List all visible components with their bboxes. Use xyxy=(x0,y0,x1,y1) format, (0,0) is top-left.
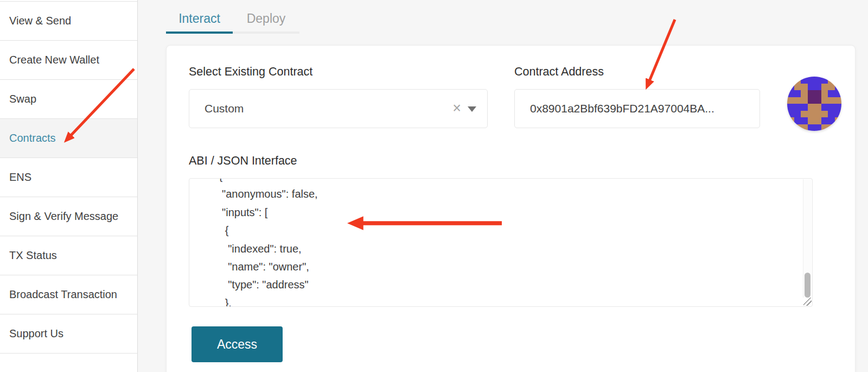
abi-json-textarea[interactable]: { "anonymous": false, "inputs": [ { "ind… xyxy=(189,178,813,307)
tab-bar: InteractDeploy xyxy=(166,4,299,34)
sidebar-item-view-send[interactable]: View & Send xyxy=(0,2,137,41)
clear-selection-icon[interactable]: × xyxy=(448,90,465,128)
access-button[interactable]: Access xyxy=(192,326,283,362)
sidebar-item-label: Swap xyxy=(9,93,36,105)
address-identicon xyxy=(787,77,841,131)
sidebar-item-label: Broadcast Transaction xyxy=(9,288,117,301)
sidebar-item-label: Support Us xyxy=(9,327,63,340)
abi-json-content: { "anonymous": false, "inputs": [ { "ind… xyxy=(189,178,812,307)
abi-scrollbar[interactable] xyxy=(803,179,812,298)
tab-underline xyxy=(233,31,299,34)
select-existing-contract-label: Select Existing Contract xyxy=(189,65,312,79)
sidebar-item-swap[interactable]: Swap xyxy=(0,80,137,119)
sidebar-item-label: View & Send xyxy=(9,15,71,27)
sidebar-item-label: Contracts xyxy=(9,132,56,144)
abi-json-interface-label: ABI / JSON Interface xyxy=(189,154,297,168)
sidebar-item-sign-verify-message[interactable]: Sign & Verify Message xyxy=(0,197,137,236)
tab-label: Deploy xyxy=(233,9,299,31)
abi-scroll-thumb[interactable] xyxy=(805,273,810,298)
tab-label: Interact xyxy=(166,9,233,31)
sidebar-item-tx-status[interactable]: TX Status xyxy=(0,236,137,275)
abi-resize-handle-icon[interactable] xyxy=(803,298,812,306)
chevron-down-icon[interactable] xyxy=(468,106,476,112)
tab-interact[interactable]: Interact xyxy=(166,4,233,34)
sidebar-item-create-new-wallet[interactable]: Create New Wallet xyxy=(0,41,137,80)
contract-interact-panel: Select Existing Contract Custom × Contra… xyxy=(166,45,856,372)
sidebar-item-label: Create New Wallet xyxy=(9,54,99,66)
tab-underline xyxy=(166,31,233,34)
sidebar-item-broadcast-transaction[interactable]: Broadcast Transaction xyxy=(0,275,137,314)
sidebar: View & SendCreate New WalletSwapContract… xyxy=(0,0,138,372)
sidebar-item-label: TX Status xyxy=(9,249,57,262)
sidebar-item-contracts[interactable]: Contracts xyxy=(0,119,137,158)
contract-address-label: Contract Address xyxy=(514,65,604,79)
sidebar-item-label: Sign & Verify Message xyxy=(9,210,118,223)
selected-contract-value: Custom xyxy=(205,90,244,128)
contract-address-input[interactable] xyxy=(514,89,760,128)
select-existing-contract-dropdown[interactable]: Custom × xyxy=(189,89,488,128)
tab-deploy[interactable]: Deploy xyxy=(233,4,299,34)
sidebar-item-support-us[interactable]: Support Us xyxy=(0,314,137,354)
sidebar-nav: View & SendCreate New WalletSwapContract… xyxy=(0,1,137,354)
sidebar-item-label: ENS xyxy=(9,171,31,184)
app-window: View & SendCreate New WalletSwapContract… xyxy=(0,0,868,372)
sidebar-item-ens[interactable]: ENS xyxy=(0,158,137,197)
